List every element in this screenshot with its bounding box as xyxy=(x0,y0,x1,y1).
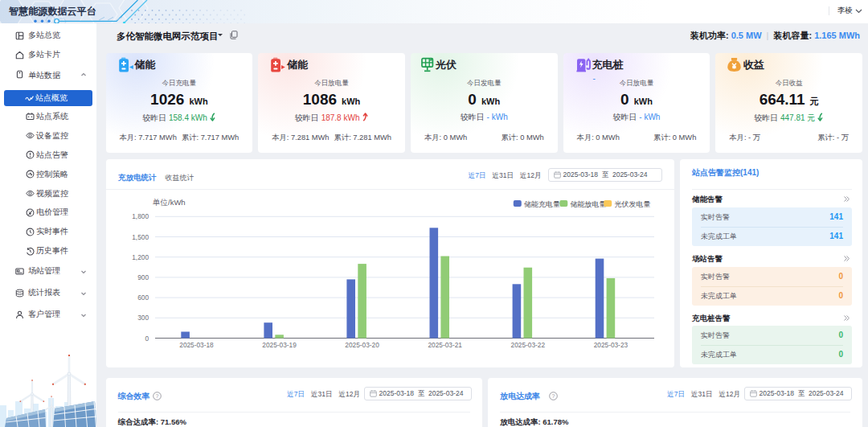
svg-text:光伏发电量: 光伏发电量 xyxy=(614,200,650,208)
svg-text:2025-03-19: 2025-03-19 xyxy=(262,341,297,349)
svg-text:2025-03-21: 2025-03-21 xyxy=(428,341,462,349)
svg-text:2025-03-18: 2025-03-18 xyxy=(179,341,214,349)
svg-text:?: ? xyxy=(552,393,555,399)
svg-text:1,800: 1,800 xyxy=(132,212,149,220)
svg-text:300: 300 xyxy=(137,314,149,322)
svg-text:600: 600 xyxy=(137,294,149,302)
svg-text:2025-03-22: 2025-03-22 xyxy=(510,341,545,349)
svg-text:储能放电量: 储能放电量 xyxy=(570,200,606,208)
svg-text:单位/kWh: 单位/kWh xyxy=(152,198,186,207)
svg-text:储能充电量: 储能充电量 xyxy=(524,200,560,208)
svg-text:900: 900 xyxy=(137,273,149,281)
svg-text:?: ? xyxy=(155,393,158,399)
svg-text:1,200: 1,200 xyxy=(132,253,149,261)
svg-text:2025-03-20: 2025-03-20 xyxy=(345,341,379,349)
svg-text:1,500: 1,500 xyxy=(132,233,149,241)
svg-text:2025-03-23: 2025-03-23 xyxy=(593,341,628,349)
svg-text:0: 0 xyxy=(145,335,149,343)
